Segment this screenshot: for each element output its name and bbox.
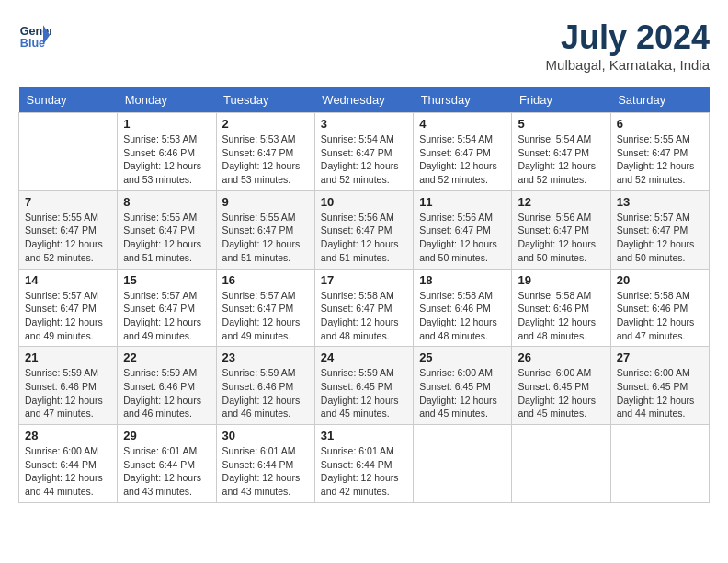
day-info: Sunrise: 5:58 AMSunset: 6:46 PMDaylight:… [419,289,506,343]
calendar-cell: 8Sunrise: 5:55 AMSunset: 6:47 PMDaylight… [118,190,216,269]
day-info: Sunrise: 5:58 AMSunset: 6:46 PMDaylight:… [518,289,604,343]
calendar-cell: 2Sunrise: 5:53 AMSunset: 6:47 PMDaylight… [216,113,314,191]
weekday-header-wednesday: Wednesday [314,87,413,113]
calendar-cell: 3Sunrise: 5:54 AMSunset: 6:47 PMDaylight… [314,113,413,191]
day-number: 24 [321,350,407,364]
calendar-week-row: 1Sunrise: 5:53 AMSunset: 6:46 PMDaylight… [19,113,710,191]
day-number: 23 [222,350,309,364]
day-number: 12 [518,195,604,209]
calendar-cell: 23Sunrise: 5:59 AMSunset: 6:46 PMDayligh… [216,347,314,425]
calendar-cell [512,425,610,503]
day-number: 19 [518,273,604,287]
day-info: Sunrise: 5:55 AMSunset: 6:47 PMDaylight:… [123,211,210,265]
day-number: 5 [518,117,604,131]
calendar-cell: 9Sunrise: 5:55 AMSunset: 6:47 PMDaylight… [216,190,314,269]
month-year-title: July 2024 [546,18,710,57]
calendar-cell: 5Sunrise: 5:54 AMSunset: 6:47 PMDaylight… [512,113,610,191]
day-number: 2 [222,117,309,131]
weekday-header-thursday: Thursday [414,87,512,113]
calendar-cell: 21Sunrise: 5:59 AMSunset: 6:46 PMDayligh… [19,347,118,425]
calendar-cell: 20Sunrise: 5:58 AMSunset: 6:46 PMDayligh… [610,269,709,347]
day-info: Sunrise: 6:00 AMSunset: 6:45 PMDaylight:… [518,366,604,420]
day-number: 6 [617,117,703,131]
logo-icon: General Blue [18,18,51,52]
day-info: Sunrise: 5:58 AMSunset: 6:47 PMDaylight:… [321,289,407,343]
day-number: 17 [321,273,407,287]
day-info: Sunrise: 6:00 AMSunset: 6:45 PMDaylight:… [419,366,506,420]
day-number: 16 [222,273,309,287]
day-number: 26 [518,350,604,364]
calendar-cell: 25Sunrise: 6:00 AMSunset: 6:45 PMDayligh… [414,347,512,425]
day-number: 22 [123,350,210,364]
calendar-cell: 15Sunrise: 5:57 AMSunset: 6:47 PMDayligh… [118,269,216,347]
day-number: 28 [25,429,111,442]
calendar-cell: 6Sunrise: 5:55 AMSunset: 6:47 PMDaylight… [610,113,709,191]
weekday-header-row: SundayMondayTuesdayWednesdayThursdayFrid… [19,87,710,113]
day-info: Sunrise: 5:59 AMSunset: 6:45 PMDaylight:… [321,366,407,420]
calendar-cell: 18Sunrise: 5:58 AMSunset: 6:46 PMDayligh… [414,269,512,347]
day-number: 1 [123,117,210,131]
day-info: Sunrise: 5:55 AMSunset: 6:47 PMDaylight:… [25,211,111,265]
calendar-cell [610,425,709,503]
calendar-table: SundayMondayTuesdayWednesdayThursdayFrid… [18,87,710,503]
day-number: 20 [617,273,703,287]
calendar-cell: 14Sunrise: 5:57 AMSunset: 6:47 PMDayligh… [19,269,118,347]
calendar-cell [19,113,118,191]
svg-text:Blue: Blue [20,37,45,50]
day-number: 9 [222,195,309,209]
day-number: 29 [123,429,210,442]
calendar-week-row: 21Sunrise: 5:59 AMSunset: 6:46 PMDayligh… [19,347,710,425]
calendar-cell: 7Sunrise: 5:55 AMSunset: 6:47 PMDaylight… [19,190,118,269]
day-info: Sunrise: 5:57 AMSunset: 6:47 PMDaylight:… [25,289,111,343]
day-info: Sunrise: 5:56 AMSunset: 6:47 PMDaylight:… [321,211,407,265]
calendar-cell: 12Sunrise: 5:56 AMSunset: 6:47 PMDayligh… [512,190,610,269]
day-info: Sunrise: 5:57 AMSunset: 6:47 PMDaylight:… [123,289,210,343]
day-info: Sunrise: 6:01 AMSunset: 6:44 PMDaylight:… [321,444,407,499]
title-area: July 2024 Mulbagal, Karnataka, India [546,18,710,73]
day-info: Sunrise: 5:54 AMSunset: 6:47 PMDaylight:… [518,132,604,187]
calendar-cell: 10Sunrise: 5:56 AMSunset: 6:47 PMDayligh… [314,190,413,269]
day-info: Sunrise: 6:00 AMSunset: 6:45 PMDaylight:… [617,366,703,420]
calendar-cell: 11Sunrise: 5:56 AMSunset: 6:47 PMDayligh… [414,190,512,269]
weekday-header-tuesday: Tuesday [216,87,314,113]
calendar-week-row: 28Sunrise: 6:00 AMSunset: 6:44 PMDayligh… [19,425,710,503]
day-number: 11 [419,195,506,209]
calendar-cell: 27Sunrise: 6:00 AMSunset: 6:45 PMDayligh… [610,347,709,425]
day-info: Sunrise: 5:57 AMSunset: 6:47 PMDaylight:… [617,211,703,265]
calendar-cell: 29Sunrise: 6:01 AMSunset: 6:44 PMDayligh… [118,425,216,503]
calendar-cell: 19Sunrise: 5:58 AMSunset: 6:46 PMDayligh… [512,269,610,347]
calendar-cell: 16Sunrise: 5:57 AMSunset: 6:47 PMDayligh… [216,269,314,347]
header: General Blue July 2024 Mulbagal, Karnata… [18,18,710,73]
calendar-cell: 31Sunrise: 6:01 AMSunset: 6:44 PMDayligh… [314,425,413,503]
day-info: Sunrise: 5:53 AMSunset: 6:47 PMDaylight:… [222,132,309,187]
day-number: 15 [123,273,210,287]
location-subtitle: Mulbagal, Karnataka, India [546,57,710,73]
day-info: Sunrise: 5:56 AMSunset: 6:47 PMDaylight:… [419,211,506,265]
weekday-header-saturday: Saturday [610,87,709,113]
calendar-cell: 24Sunrise: 5:59 AMSunset: 6:45 PMDayligh… [314,347,413,425]
logo: General Blue [18,18,51,52]
calendar-cell: 17Sunrise: 5:58 AMSunset: 6:47 PMDayligh… [314,269,413,347]
day-info: Sunrise: 5:56 AMSunset: 6:47 PMDaylight:… [518,211,604,265]
calendar-cell: 28Sunrise: 6:00 AMSunset: 6:44 PMDayligh… [19,425,118,503]
weekday-header-friday: Friday [512,87,610,113]
day-info: Sunrise: 6:01 AMSunset: 6:44 PMDaylight:… [123,444,210,499]
day-number: 25 [419,350,506,364]
day-number: 3 [321,117,407,131]
day-number: 18 [419,273,506,287]
day-number: 30 [222,429,309,442]
day-info: Sunrise: 5:59 AMSunset: 6:46 PMDaylight:… [123,366,210,420]
day-info: Sunrise: 5:55 AMSunset: 6:47 PMDaylight:… [617,132,703,187]
day-info: Sunrise: 5:58 AMSunset: 6:46 PMDaylight:… [617,289,703,343]
day-info: Sunrise: 5:53 AMSunset: 6:46 PMDaylight:… [123,132,210,187]
day-number: 8 [123,195,210,209]
day-number: 7 [25,195,111,209]
calendar-cell [414,425,512,503]
day-info: Sunrise: 6:00 AMSunset: 6:44 PMDaylight:… [25,444,111,499]
day-number: 10 [321,195,407,209]
calendar-cell: 1Sunrise: 5:53 AMSunset: 6:46 PMDaylight… [118,113,216,191]
calendar-cell: 22Sunrise: 5:59 AMSunset: 6:46 PMDayligh… [118,347,216,425]
day-info: Sunrise: 5:54 AMSunset: 6:47 PMDaylight:… [419,132,506,187]
day-number: 14 [25,273,111,287]
calendar-cell: 30Sunrise: 6:01 AMSunset: 6:44 PMDayligh… [216,425,314,503]
